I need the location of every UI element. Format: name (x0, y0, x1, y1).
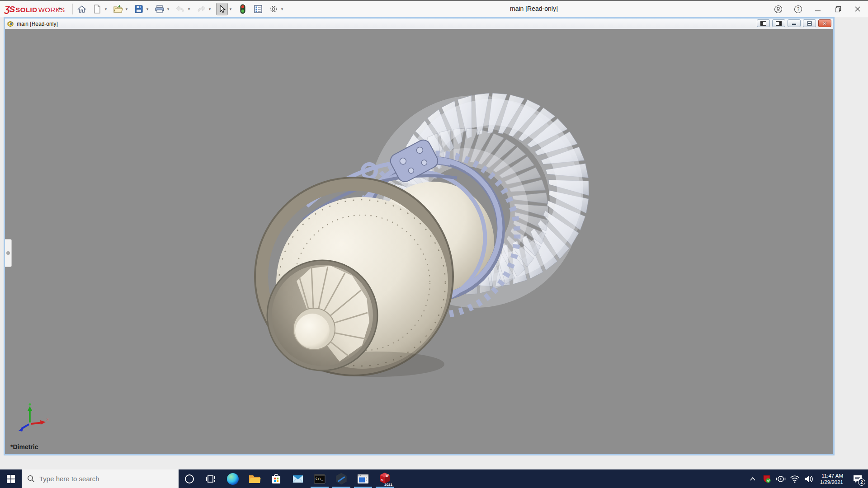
search-input[interactable] (39, 475, 166, 483)
tray-solidworks-monitor[interactable] (761, 469, 772, 488)
close-button[interactable] (850, 2, 865, 16)
taskbar-app-task-view[interactable] (200, 469, 222, 488)
home-icon (77, 5, 86, 14)
doc-close-button[interactable] (818, 19, 831, 27)
print-icon (155, 5, 165, 14)
notification-badge: 2 (858, 479, 865, 486)
tray-volume[interactable] (803, 469, 814, 488)
taskbar-app-mail[interactable] (287, 469, 309, 488)
tail-cone-face (295, 314, 330, 348)
new-document-icon (93, 5, 101, 14)
clock-date: 1/29/2021 (820, 479, 843, 485)
expand-pane-handle-icon (6, 251, 10, 255)
taskbar-app-hexagon[interactable] (330, 469, 352, 488)
undo-button[interactable] (175, 3, 186, 15)
print-button[interactable] (154, 3, 165, 15)
start-button[interactable] (0, 469, 22, 488)
document-title: main [Read-only] (17, 21, 58, 27)
featuremanager-collapsed-tab[interactable] (5, 239, 12, 267)
home-button[interactable] (76, 3, 88, 15)
new-document-button[interactable] (91, 3, 103, 15)
print-dropdown[interactable]: ▾ (165, 3, 171, 15)
taskbar-app-command-prompt[interactable]: C:\_ (309, 469, 330, 488)
clock-time: 11:47 AM (820, 473, 843, 479)
undo-icon (175, 5, 185, 13)
orientation-triad: x (15, 403, 50, 435)
options-dropdown[interactable]: ▾ (279, 3, 285, 15)
save-dropdown[interactable]: ▾ (145, 3, 150, 15)
pane-right-icon (776, 21, 782, 26)
jet-engine-model[interactable] (5, 29, 833, 454)
solidworks-logo-solid: SOLID (15, 6, 37, 14)
minimize-button[interactable] (810, 2, 826, 16)
system-tray: 11:47 AM 1/29/2021 2 (747, 469, 868, 488)
mail-icon (292, 474, 304, 484)
select-dropdown[interactable]: ▾ (228, 3, 233, 15)
doc-close-icon (822, 21, 827, 26)
task-view-icon (206, 474, 217, 484)
redo-dropdown[interactable]: ▾ (207, 3, 212, 15)
menu-flyout-arrow-icon[interactable]: ▸ (59, 5, 61, 11)
pane-left-icon (760, 21, 766, 26)
undo-dropdown[interactable]: ▾ (186, 3, 192, 15)
edge-icon (227, 473, 239, 485)
doc-minimize-icon (792, 21, 797, 25)
open-folder-icon (113, 5, 123, 14)
desktop: ƷS SOLIDWORKS ▸ ▾ (0, 0, 868, 488)
triad-x-label: x (47, 417, 49, 422)
window-controls: ? (770, 1, 865, 17)
restore-button[interactable] (830, 2, 845, 16)
svg-text:?: ? (797, 7, 799, 12)
app-titlebar: ƷS SOLIDWORKS ▸ ▾ (0, 0, 868, 17)
exhaust-dome-assembly (255, 178, 453, 377)
action-center-button[interactable]: 2 (849, 469, 866, 488)
options-button[interactable] (268, 3, 279, 15)
doc-minimize-button[interactable] (788, 19, 801, 27)
tray-chevron-button[interactable] (747, 469, 758, 488)
save-button[interactable] (133, 3, 145, 15)
chevron-up-icon (750, 477, 756, 481)
new-document-dropdown[interactable]: ▾ (103, 3, 108, 15)
document-window: main [Read-only] (4, 17, 835, 455)
file-explorer-icon (248, 474, 261, 484)
document-titlebar[interactable]: main [Read-only] (5, 19, 833, 29)
wifi-icon (790, 475, 800, 483)
assembly-document-icon (7, 20, 14, 28)
command-prompt-icon: C:\_ (314, 474, 326, 484)
task-pane-button[interactable] (252, 3, 264, 15)
open-button[interactable] (112, 3, 124, 15)
taskbar-app-file-explorer[interactable] (244, 469, 265, 488)
document-window-controls (757, 19, 831, 27)
taskbar-app-cortana[interactable] (179, 469, 200, 488)
taskbar-app-store[interactable] (265, 469, 287, 488)
doc-restore-button[interactable] (803, 19, 816, 27)
tray-meet-now[interactable] (775, 469, 786, 488)
taskbar-app-edge[interactable] (222, 469, 244, 488)
redo-button[interactable] (195, 3, 207, 15)
rebuild-button[interactable] (237, 3, 249, 15)
meet-now-camera-icon (776, 475, 786, 483)
taskbar: C:\_ S W 20 (0, 469, 868, 488)
open-dropdown[interactable]: ▾ (124, 3, 129, 15)
toolbar-separator (72, 4, 73, 14)
svg-text:W: W (386, 474, 389, 477)
help-button[interactable]: ? (790, 2, 806, 16)
taskbar-clock[interactable]: 11:47 AM 1/29/2021 (817, 473, 846, 485)
solidworks-logo: ƷS SOLIDWORKS (5, 5, 65, 14)
pane-left-button[interactable] (757, 19, 770, 27)
taskbar-search[interactable] (22, 469, 179, 488)
taskbar-app-solidworks[interactable]: S W 2021 (374, 469, 396, 488)
restore-icon (835, 6, 841, 13)
taskbar-app-remote-desktop[interactable] (352, 469, 374, 488)
account-button[interactable] (770, 2, 786, 16)
triad-y-dot (29, 404, 31, 406)
solidworks-resource-monitor-icon (762, 474, 771, 483)
pane-right-button[interactable] (772, 19, 785, 27)
svg-text:S: S (381, 479, 383, 482)
tray-network[interactable] (789, 469, 800, 488)
select-button[interactable] (216, 3, 228, 15)
graphics-viewport[interactable]: x *Dimetric (5, 29, 833, 454)
cortana-icon (184, 474, 195, 484)
task-pane-icon (254, 5, 263, 14)
doc-restore-icon (807, 21, 812, 26)
